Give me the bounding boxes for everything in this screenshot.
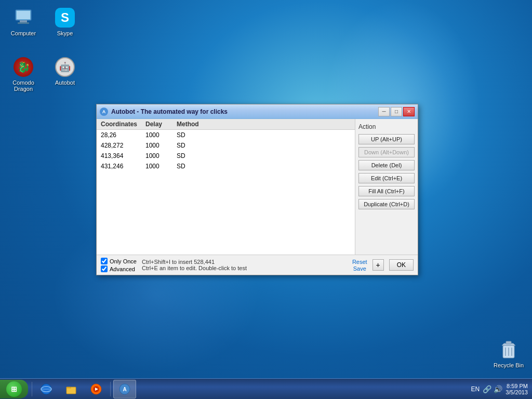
desktop-icons-row2: 🐉 Comodo Dragon 🤖 Autobot (5, 55, 83, 94)
recycle-bin-icon[interactable]: Recycle Bin (490, 337, 527, 370)
comodo-icon: 🐉 (13, 57, 34, 77)
fill-all-button[interactable]: Fill All (Ctrl+F) (358, 186, 415, 196)
system-clock[interactable]: 8:59 PM 3/5/2013 (506, 383, 528, 395)
row2-coords: 428,272 (97, 141, 143, 150)
taskbar-ie[interactable] (35, 380, 58, 398)
maximize-button[interactable]: □ (391, 107, 402, 116)
volume-icon[interactable]: 🔊 (494, 385, 502, 393)
window-title-icon: A (100, 108, 108, 116)
taskbar-right: EN 🔗 🔊 8:59 PM 3/5/2013 (471, 383, 533, 395)
autobot-icon-label: Autobot (55, 79, 75, 86)
skype-icon: S (55, 7, 75, 28)
duplicate-button[interactable]: Duplicate (Ctrl+D) (358, 199, 415, 209)
col-header-method: Method (175, 121, 216, 128)
comodo-icon-label: Comodo Dragon (7, 79, 39, 92)
table-header: Coordinates Delay Method (97, 119, 355, 130)
action-panel: Action UP (Alt+UP) Down (Alt+Down) Delet… (355, 119, 418, 255)
clock-time: 8:59 PM (506, 383, 528, 389)
row1-delay: 1000 (143, 131, 175, 139)
comodo-icon-img: 🐉 (14, 57, 33, 77)
up-button[interactable]: UP (Alt+UP) (358, 134, 415, 144)
only-once-checkbox[interactable] (101, 258, 108, 264)
autobot-window: A Autobot - The automated way for clicks… (96, 104, 418, 275)
advanced-checkbox[interactable] (101, 265, 108, 272)
desktop-icon-autobot[interactable]: 🤖 Autobot (47, 55, 83, 94)
row3-method: SD (175, 152, 216, 160)
svg-rect-2 (20, 20, 27, 22)
table-row[interactable]: 413,364 1000 SD (97, 151, 355, 161)
hint-text: Ctrl+Shift+I to insert 528,441 Ctrl+E an… (142, 259, 347, 271)
table-row[interactable]: 428,272 1000 SD (97, 140, 355, 151)
recycle-bin-image (498, 339, 519, 360)
computer-icon (13, 7, 34, 28)
row1-method: SD (175, 131, 216, 139)
close-button[interactable]: ✕ (403, 107, 415, 116)
ok-button[interactable]: OK (389, 259, 414, 271)
skype-icon-label: Skype (57, 30, 73, 36)
hint1: Ctrl+Shift+I to insert 528,441 (142, 259, 347, 265)
svg-text:A: A (123, 387, 126, 392)
action-label: Action (358, 123, 415, 130)
svg-rect-9 (506, 341, 511, 344)
window-controls: ─ □ ✕ (378, 107, 415, 116)
computer-icon-label: Computer (11, 30, 36, 36)
table-area: Coordinates Delay Method 28,26 1000 SD 4… (97, 119, 355, 255)
col-header-coords: Coordinates (97, 121, 143, 128)
start-orb: ⊞ (6, 381, 22, 397)
skype-icon-img: S (55, 8, 75, 28)
down-button[interactable]: Down (Alt+Down) (358, 147, 415, 157)
autobot-icon-img: 🤖 (55, 57, 75, 77)
delete-button[interactable]: Delete (Del) (358, 160, 415, 170)
checkbox-group: Only Once Advanced (101, 258, 137, 272)
row2-method: SD (175, 141, 216, 150)
svg-rect-1 (17, 11, 30, 19)
edit-button[interactable]: Edit (Ctrl+E) (358, 173, 415, 183)
taskbar-divider-1 (32, 382, 32, 396)
system-icons: 🔗 🔊 (483, 385, 502, 393)
status-bar: Only Once Advanced Ctrl+Shift+I to inser… (97, 255, 418, 275)
advanced-checkbox-label[interactable]: Advanced (101, 265, 137, 272)
svg-rect-3 (18, 22, 29, 24)
taskbar: ⊞ (0, 378, 532, 399)
start-button[interactable]: ⊞ (0, 380, 28, 398)
desktop-icon-computer[interactable]: Computer (5, 5, 42, 38)
table-row[interactable]: 28,26 1000 SD (97, 130, 355, 140)
taskbar-explorer[interactable] (60, 380, 83, 398)
taskbar-wmp[interactable] (85, 380, 108, 398)
recycle-bin-label: Recycle Bin (494, 362, 524, 368)
desktop-icon-comodo[interactable]: 🐉 Comodo Dragon (5, 55, 42, 94)
table-row[interactable]: 431,246 1000 SD (97, 161, 355, 171)
save-link[interactable]: Save (353, 265, 366, 272)
taskbar-autobot-task[interactable]: A (113, 380, 136, 398)
clock-date: 3/5/2013 (506, 389, 528, 395)
row3-delay: 1000 (143, 152, 175, 160)
only-once-label: Only Once (110, 258, 137, 264)
row4-delay: 1000 (143, 162, 175, 170)
hint2: Ctrl+E an item to edit. Double-click to … (142, 265, 347, 271)
window-title-text: Autobot - The automated way for clicks (111, 108, 378, 115)
language-indicator: EN (471, 385, 480, 393)
window-body: Coordinates Delay Method 28,26 1000 SD 4… (97, 119, 418, 255)
reset-link[interactable]: Reset (352, 259, 367, 265)
window-titlebar: A Autobot - The automated way for clicks… (97, 104, 418, 119)
row4-coords: 431,246 (97, 162, 143, 170)
desktop: Computer S Skype 🐉 Comodo Dragon 🤖 Autob… (0, 0, 532, 399)
desktop-icons-row1: Computer S Skype (5, 5, 83, 38)
advanced-label: Advanced (110, 266, 135, 272)
autobot-icon: 🤖 (55, 57, 75, 77)
row3-coords: 413,364 (97, 152, 143, 160)
taskbar-divider-2 (110, 382, 111, 396)
row4-method: SD (175, 162, 216, 170)
plus-button[interactable]: + (373, 259, 384, 271)
col-header-delay: Delay (143, 121, 175, 128)
row1-coords: 28,26 (97, 131, 143, 139)
minimize-button[interactable]: ─ (378, 107, 390, 116)
desktop-icon-skype[interactable]: S Skype (47, 5, 83, 38)
row2-delay: 1000 (143, 141, 175, 150)
network-icon[interactable]: 🔗 (483, 385, 491, 393)
table-body: 28,26 1000 SD 428,272 1000 SD 413,364 10… (97, 130, 355, 255)
reset-save-group: Reset Save (352, 259, 367, 272)
only-once-checkbox-label[interactable]: Only Once (101, 258, 137, 264)
